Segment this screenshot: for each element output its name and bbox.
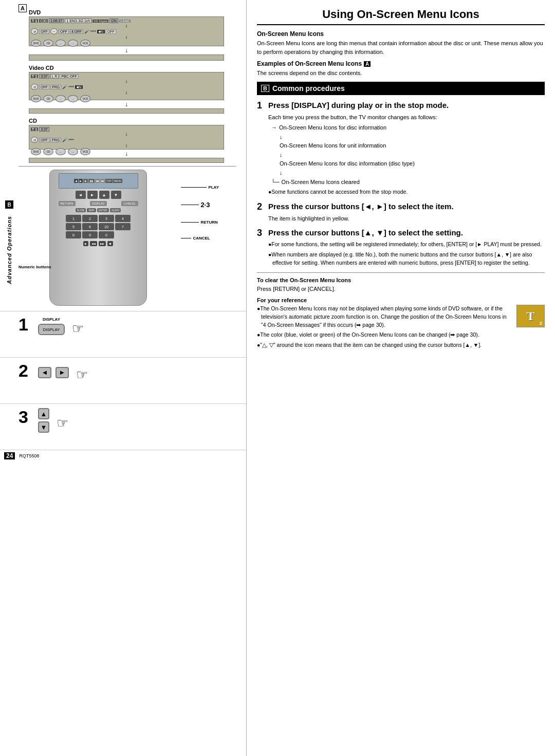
right-step3: 3 Press the cursor buttons [▲, ▼] to sel… xyxy=(257,228,545,267)
remote-disp-btn6: ⏭ xyxy=(100,179,105,183)
remote-disp-btn8: MENU xyxy=(113,179,123,183)
vcd-arrow2: ↓ xyxy=(31,90,222,95)
remote-disp-btn3: ■ xyxy=(83,179,88,183)
cd-mic: 🎤 xyxy=(62,138,67,142)
dvd-section: DVD T 1 C30 1:06:37 1 ENG 3/2.1ch DD Dig… xyxy=(29,9,246,61)
vcd-arrow1: ↓ xyxy=(31,79,222,84)
remote-body: ◀ ▶ ■ ▮▮ ⏮ ⏭ TOP MENU ◄ ► ▲ ▼ xyxy=(49,170,147,306)
remote-extra3[interactable]: ENTER xyxy=(97,208,109,212)
remote-display-area: ◀ ▶ ■ ▮▮ ⏮ ⏭ TOP MENU xyxy=(59,173,138,189)
cd-t1: T 1 xyxy=(31,127,38,131)
remote-bot2[interactable]: ◀◀ xyxy=(90,241,97,246)
step1-note: ●Some functions cannot be accessed from … xyxy=(268,188,545,196)
remote-left-btn[interactable]: ◄ xyxy=(76,191,86,199)
on-screen-header: On-Screen Menu Icons xyxy=(257,30,545,38)
on-screen-text: On-Screen Menu Icons are long thin menus… xyxy=(257,39,545,56)
label23-row: 2·3 xyxy=(181,201,219,209)
remote-num8[interactable]: 8 xyxy=(66,231,81,238)
display-btn-label: DISPLAY xyxy=(43,317,60,322)
ref-bullet-2: ●The color (blue, violet or green) of th… xyxy=(257,331,545,339)
return-line xyxy=(181,222,199,223)
remote-num1[interactable]: 1 xyxy=(66,215,81,222)
right-step2-num: 2 xyxy=(257,201,265,212)
play-label: PLAY xyxy=(208,185,219,190)
left-footer: 24 RQT5508 xyxy=(0,450,246,462)
cancel-label-row: CANCEL xyxy=(181,236,219,241)
dvd-t1: T 1 xyxy=(31,19,38,23)
remote-return-btn[interactable]: RETURN xyxy=(59,201,76,206)
common-procedures-bar: B Common procedures xyxy=(257,82,545,95)
vcd-off1: OFF xyxy=(39,85,49,89)
cursor-down-btn[interactable]: ▼ xyxy=(38,421,49,433)
icon-thumb-letter: T xyxy=(526,309,534,323)
remote-num6[interactable]: 6 xyxy=(82,223,98,230)
step3-hand-icon: ☞ xyxy=(57,415,68,431)
vcd-t1: T 1 xyxy=(31,75,38,78)
vcd-disc5: VCD xyxy=(80,95,90,102)
remote-num4[interactable]: 4 xyxy=(115,215,131,222)
remote-num7[interactable]: 7 xyxy=(115,223,131,230)
icon-thumb-number: 2 xyxy=(540,321,542,326)
dvd-c30: C30 xyxy=(39,19,48,23)
flow-down-1: ↓ xyxy=(280,133,545,142)
vcd-lr: L R xyxy=(50,74,59,79)
remote-num9[interactable]: 9 xyxy=(82,231,98,238)
remote-num0[interactable]: 0 xyxy=(99,231,114,238)
remote-container: ◀ ▶ ■ ▮▮ ⏮ ⏭ TOP MENU ◄ ► ▲ ▼ xyxy=(18,170,224,311)
clear-section: To clear the On-Screen Menu Icons Press … xyxy=(257,277,545,293)
model-code: RQT5508 xyxy=(19,453,39,458)
display-button[interactable]: DISPLAY xyxy=(38,324,65,335)
right-step2-body: The item is highlighted in yellow. xyxy=(268,214,545,223)
remote-down-btn[interactable]: ▼ xyxy=(111,191,121,199)
reference-content: T 2 ●The On-Screen Menu Icons may not be… xyxy=(257,305,545,349)
clear-text: Press [RETURN] or [CANCEL]. xyxy=(257,285,545,293)
cd-prg: PRG xyxy=(50,138,61,142)
remote-bot1[interactable]: ▶ xyxy=(83,241,88,246)
section-b-label: B xyxy=(5,200,13,209)
dvd-digital: DD Digital xyxy=(92,20,108,23)
dvd-icon2: ↔ xyxy=(50,28,58,34)
vcd-stars: **** xyxy=(68,85,74,89)
vcd-n: ■N xyxy=(75,85,83,89)
cd-disc2: CD xyxy=(43,148,53,155)
dvd-disc4: ... xyxy=(68,40,78,47)
remote-bot3[interactable]: ▶▶ xyxy=(99,241,106,246)
step2-hand-icon: ☞ xyxy=(76,367,88,383)
flow-item-3: On-Screen Menu Icons for disc informatio… xyxy=(280,159,545,169)
cd-disc5: VCD xyxy=(80,148,90,155)
cd-arrow1: ↓ xyxy=(31,132,222,137)
remote-num2[interactable]: 2 xyxy=(82,215,98,222)
remote-num10[interactable]: 10 xyxy=(99,223,114,230)
remote-num5[interactable]: 5 xyxy=(66,223,81,230)
flow-text-2: On-Screen Menu Icons for unit informatio… xyxy=(280,141,386,151)
divider-1 xyxy=(257,272,545,273)
remote-extra4[interactable]: AUDIO xyxy=(110,208,121,212)
cursor-up-btn[interactable]: ▲ xyxy=(38,408,49,419)
flow-text-3: On-Screen Menu Icons for disc informatio… xyxy=(280,159,415,169)
cursor-left-btn[interactable]: ◄ xyxy=(38,367,51,378)
step3-bullets: ●For some functions, the setting will be… xyxy=(268,241,545,267)
remote-enter-btn[interactable]: ▲ xyxy=(99,191,109,199)
left-panel: Advanced Operations A DVD T 1 C30 1:06:3… xyxy=(0,0,247,756)
remote-extra2[interactable]: SKIP xyxy=(87,208,96,212)
vcd-icon1: ↺ xyxy=(31,84,38,90)
remote-num3[interactable]: 3 xyxy=(99,215,114,222)
dvd-audio: 1 ENG 3/2.1ch xyxy=(65,19,91,23)
dvd-mic: 🎤 xyxy=(84,29,89,34)
icon-thumb: T 2 xyxy=(516,305,545,327)
cd-disc3: ... xyxy=(55,148,66,155)
cursor-right-btn[interactable]: ► xyxy=(55,367,69,378)
dvd-on: ON xyxy=(109,19,118,23)
remote-bot4[interactable]: ⏹ xyxy=(107,241,113,246)
cursor-ud-area: ▲ ▼ xyxy=(38,408,49,433)
cd-disc4: ... xyxy=(68,148,78,155)
right-step1-heading: Press [DISPLAY] during play or in the st… xyxy=(268,100,449,110)
remote-right-btn[interactable]: ► xyxy=(87,191,98,199)
remote-display-btn[interactable]: DISPLAY xyxy=(90,201,107,206)
return-label: RETURN xyxy=(200,220,217,225)
remote-cancel-btn[interactable]: CANCEL xyxy=(121,201,138,206)
flow-text-4: On-Screen Menu Icons cleared xyxy=(282,178,360,187)
remote-extra-row: SLOW SKIP ENTER AUDIO xyxy=(76,208,121,212)
remote-extra1[interactable]: SLOW xyxy=(76,208,86,212)
vcd-disc4: ... xyxy=(68,95,78,102)
